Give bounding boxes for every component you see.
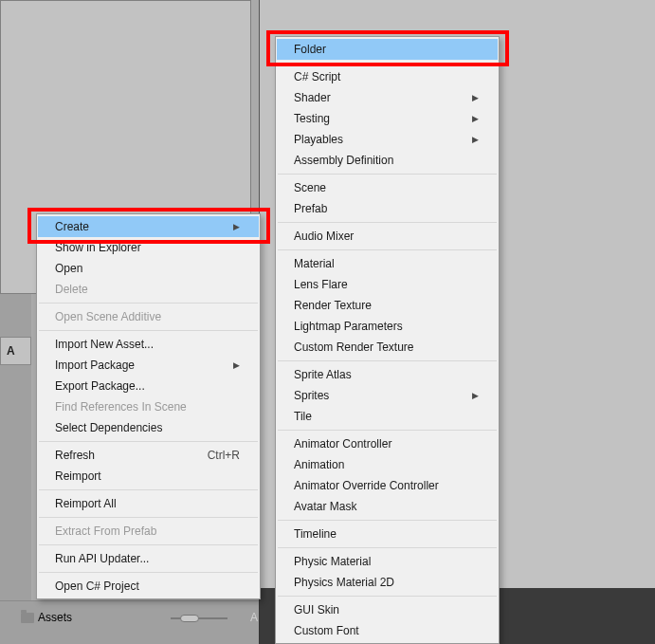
menu-separator [278, 520, 497, 521]
submenu-arrow-icon: ▶ [233, 222, 240, 231]
menu-item-custom-font[interactable]: Custom Font [277, 620, 498, 641]
menu-item-label: Open [55, 262, 82, 275]
menu-item-open-c-project[interactable]: Open C# Project [38, 576, 259, 597]
menu-item-label: Physic Material [294, 555, 371, 568]
project-tab-label-fragment: A [7, 344, 15, 358]
menu-item-lightmap-parameters[interactable]: Lightmap Parameters [277, 316, 498, 337]
menu-item-lens-flare[interactable]: Lens Flare [277, 274, 498, 295]
submenu-arrow-icon: ▶ [472, 93, 479, 102]
menu-item-label: Select Dependencies [55, 421, 162, 434]
menu-item-assembly-definition[interactable]: Assembly Definition [277, 150, 498, 171]
menu-item-label: Refresh [55, 449, 95, 462]
menu-item-render-texture[interactable]: Render Texture [277, 295, 498, 316]
menu-separator [39, 441, 258, 442]
submenu-arrow-icon: ▶ [472, 135, 479, 144]
menu-item-material[interactable]: Material [277, 253, 498, 274]
menu-separator [278, 547, 497, 548]
menu-item-export-package[interactable]: Export Package... [38, 376, 259, 396]
menu-item-label: Prefab [294, 202, 327, 215]
menu-item-label: Animator Controller [294, 437, 391, 451]
menu-item-label: Lightmap Parameters [294, 320, 403, 333]
menu-item-label: Sprites [294, 389, 329, 402]
menu-item-label: GUI Skin [294, 603, 339, 616]
menu-item-c-script[interactable]: C# Script [277, 66, 498, 87]
menu-item-sprites[interactable]: Sprites▶ [277, 385, 498, 406]
menu-item-label: Timeline [294, 527, 337, 541]
menu-item-physics-material-2d[interactable]: Physics Material 2D [277, 572, 498, 593]
menu-item-label: Assembly Definition [294, 154, 393, 167]
menu-item-label: Extract From Prefab [55, 524, 156, 538]
slider-thumb[interactable] [180, 615, 199, 622]
menu-item-label: Delete [55, 283, 88, 296]
menu-item-create[interactable]: Create▶ [38, 216, 259, 237]
menu-item-prefab[interactable]: Prefab [277, 198, 498, 219]
menu-item-animator-controller[interactable]: Animator Controller [277, 433, 498, 454]
menu-item-label: Custom Font [294, 624, 359, 637]
menu-item-extract-from-prefab: Extract From Prefab [38, 521, 259, 542]
menu-separator [39, 572, 258, 573]
menu-item-label: Reimport [55, 469, 101, 483]
menu-item-open-scene-additive: Open Scene Additive [38, 306, 259, 327]
menu-item-playables[interactable]: Playables▶ [277, 129, 498, 150]
menu-item-testing[interactable]: Testing▶ [277, 108, 498, 129]
menu-item-tile[interactable]: Tile [277, 406, 498, 427]
menu-item-refresh[interactable]: RefreshCtrl+R [38, 445, 259, 466]
menu-separator [278, 63, 497, 64]
menu-item-folder[interactable]: Folder [277, 39, 498, 60]
assets-breadcrumb-label: Assets [38, 611, 72, 624]
create-submenu[interactable]: FolderC# ScriptShader▶Testing▶Playables▶… [275, 36, 500, 644]
menu-item-label: Shader [294, 91, 331, 104]
menu-item-label: Material [294, 257, 335, 270]
folder-icon [21, 613, 34, 623]
menu-item-label: Avatar Mask [294, 500, 356, 513]
menu-item-find-references-in-scene: Find References In Scene [38, 396, 259, 417]
menu-item-avatar-mask[interactable]: Avatar Mask [277, 496, 498, 517]
menu-item-label: Folder [294, 43, 326, 56]
slider-track [171, 617, 227, 619]
menu-item-sprite-atlas[interactable]: Sprite Atlas [277, 364, 498, 385]
menu-item-label: Open C# Project [55, 580, 139, 593]
menu-item-custom-render-texture[interactable]: Custom Render Texture [277, 337, 498, 358]
project-context-menu[interactable]: Create▶Show in ExplorerOpenDeleteOpen Sc… [36, 213, 261, 599]
menu-item-gui-skin[interactable]: GUI Skin [277, 599, 498, 620]
menu-item-label: Testing [294, 112, 330, 125]
menu-item-label: Animation [294, 458, 344, 471]
menu-item-label: Open Scene Additive [55, 310, 161, 323]
assets-breadcrumb[interactable]: Assets [21, 611, 72, 624]
thumbnail-size-slider[interactable] [171, 615, 227, 622]
menu-item-animator-override-controller[interactable]: Animator Override Controller [277, 475, 498, 496]
menu-item-label: Physics Material 2D [294, 576, 394, 589]
menu-item-audio-mixer[interactable]: Audio Mixer [277, 226, 498, 247]
menu-item-label: Run API Updater... [55, 552, 149, 565]
menu-item-timeline[interactable]: Timeline [277, 524, 498, 544]
menu-item-label: Tile [294, 410, 312, 423]
project-tab-header[interactable]: A [0, 337, 31, 365]
menu-item-import-new-asset[interactable]: Import New Asset... [38, 334, 259, 355]
submenu-arrow-icon: ▶ [472, 391, 479, 400]
menu-item-animation[interactable]: Animation [277, 454, 498, 475]
menu-item-scene[interactable]: Scene [277, 177, 498, 198]
menu-item-label: Import New Asset... [55, 338, 154, 351]
menu-item-reimport-all[interactable]: Reimport All [38, 493, 259, 514]
menu-item-label: Render Texture [294, 299, 372, 312]
menu-separator [278, 596, 497, 597]
menu-item-label: Lens Flare [294, 278, 348, 291]
menu-separator [39, 489, 258, 490]
menu-item-run-api-updater[interactable]: Run API Updater... [38, 548, 259, 569]
menu-item-label: Create [55, 220, 89, 233]
menu-item-label: Export Package... [55, 379, 145, 393]
menu-item-shader[interactable]: Shader▶ [277, 87, 498, 108]
menu-separator [39, 517, 258, 518]
menu-item-open[interactable]: Open [38, 258, 259, 279]
menu-item-shortcut: Ctrl+R [208, 449, 240, 462]
menu-item-import-package[interactable]: Import Package▶ [38, 355, 259, 376]
menu-item-label: Audio Mixer [294, 230, 354, 243]
menu-item-label: Animator Override Controller [294, 479, 439, 492]
menu-separator [278, 430, 497, 431]
menu-item-label: Custom Render Texture [294, 340, 414, 354]
menu-item-physic-material[interactable]: Physic Material [277, 551, 498, 572]
menu-item-select-dependencies[interactable]: Select Dependencies [38, 417, 259, 438]
menu-separator [39, 303, 258, 304]
menu-item-show-in-explorer[interactable]: Show in Explorer [38, 237, 259, 258]
menu-item-reimport[interactable]: Reimport [38, 466, 259, 487]
